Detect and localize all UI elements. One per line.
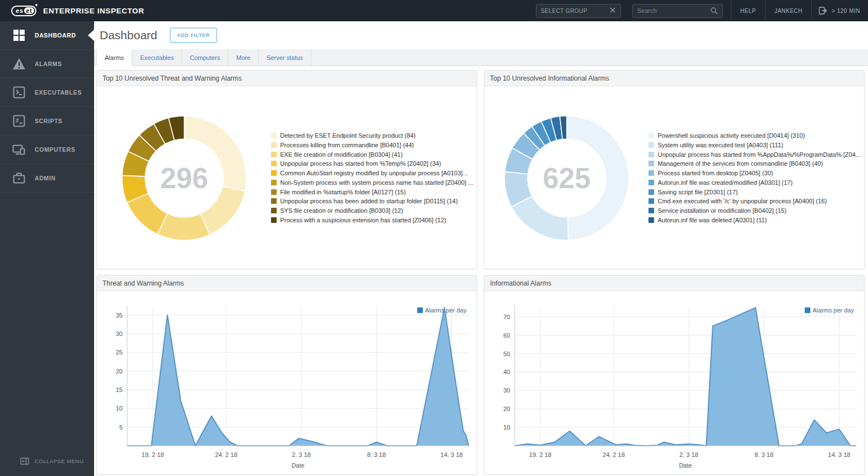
threat-donut-chart[interactable]: 296 (118, 112, 250, 244)
legend-color-swatch (648, 142, 654, 148)
legend-label: Autorun.inf file was deleted [A0301] (11… (657, 217, 767, 223)
sidebar-item-dashboard[interactable]: DASHBOARD (0, 21, 94, 50)
legend-color-swatch (271, 152, 277, 157)
top-bar: eset ENTERPRISE INSPECTOR SELECT GROUP H… (0, 0, 868, 21)
script-icon: # (12, 114, 26, 128)
search-input[interactable] (637, 7, 704, 14)
tab-server-status[interactable]: Server status (259, 49, 311, 66)
legend-item[interactable]: Processes killing from commandline [B040… (271, 142, 473, 148)
legend-item[interactable]: Autorun.inf file was deleted [A0301] (11… (648, 217, 861, 223)
legend-label: Cmd.exe executed with '/c' by unpopular … (657, 198, 827, 204)
sidebar-item-admin[interactable]: ADMIN (0, 164, 94, 193)
legend-item[interactable]: Process started from desktop [Z0405] (30… (648, 170, 861, 176)
legend-item[interactable]: Service installation or modification [B0… (648, 207, 861, 214)
y-tick-label: 30 (503, 387, 510, 394)
info-donut-chart[interactable]: 625 (501, 112, 633, 244)
legend-color-swatch (648, 217, 654, 223)
tab-more[interactable]: More (228, 49, 259, 66)
legend-color-swatch (648, 189, 654, 195)
legend-color-swatch (648, 208, 654, 213)
x-tick-label: 19. 2 18 (142, 451, 164, 458)
legend-item[interactable]: System utility was executed test [A0403]… (648, 142, 861, 148)
x-tick-label: 8. 3 18 (754, 451, 773, 458)
session-timer[interactable]: > 120 MIN (812, 0, 868, 21)
search-icon[interactable] (710, 7, 718, 15)
legend-item[interactable]: Autorun.inf file was created/modified [A… (648, 179, 861, 186)
y-tick-label: 40 (503, 368, 510, 375)
legend-item[interactable]: Cmd.exe executed with '/c' by unpopular … (648, 198, 861, 204)
session-label: > 120 MIN (832, 8, 860, 14)
logout-icon (819, 7, 827, 15)
x-tick-label: 24. 2 18 (603, 451, 625, 458)
legend-label: Process started from desktop [Z0405] (30… (657, 170, 773, 176)
threat-area-chart[interactable]: 510152025303519. 2 1824. 2 182. 3 188. 3… (98, 299, 475, 474)
sidebar-item-computers[interactable]: COMPUTERS (0, 136, 94, 164)
x-tick-label: 14. 3 18 (828, 451, 851, 458)
app-title: ENTERPRISE INSPECTOR (43, 7, 144, 15)
clear-group-icon[interactable] (609, 7, 616, 15)
legend-item[interactable]: EXE file creation of modification [B0304… (271, 151, 473, 158)
alarm-triangle-icon (12, 57, 26, 71)
legend-label: Non-System process with system process n… (280, 179, 473, 186)
search-box[interactable] (632, 4, 723, 18)
x-tick-label: 24. 2 18 (215, 451, 237, 458)
select-group-dropdown[interactable]: SELECT GROUP (536, 4, 621, 18)
legend-item[interactable]: Powershell suspicious activity executed … (648, 132, 861, 139)
legend-label: SYS file creation or modification [B0303… (280, 207, 403, 214)
info-area-chart[interactable]: 1020304050607019. 2 1824. 2 182. 3 188. … (486, 299, 863, 474)
tab-executables[interactable]: Executables (132, 49, 182, 66)
help-button[interactable]: HELP (731, 0, 765, 21)
x-tick-label: 14. 3 18 (441, 451, 463, 458)
x-axis-title: Date (291, 462, 304, 469)
legend-item[interactable]: Unpopular process has started from %AppD… (648, 151, 861, 158)
briefcase-icon (12, 171, 26, 185)
y-tick-label: 25 (116, 349, 123, 356)
legend-item[interactable]: Saving script file [Z0301] (17) (648, 189, 861, 195)
legend-item[interactable]: Process with a suspicious extension has … (271, 217, 473, 223)
y-tick-label: 35 (116, 312, 123, 319)
add-filter-button[interactable]: ADD FILTER (170, 27, 217, 43)
legend-item[interactable]: Non-System process with system process n… (271, 179, 473, 186)
tab-alarms[interactable]: Alarms (96, 49, 132, 66)
area-fill[interactable] (515, 307, 856, 446)
panel-title: Top 10 Unresolved Threat and Warning Ala… (102, 74, 242, 82)
sidebar-item-alarms[interactable]: ALARMS (0, 50, 94, 78)
legend-label: Processes killing from commandline [B040… (280, 142, 414, 148)
y-tick-label: 10 (503, 424, 510, 431)
x-tick-label: 2. 3 18 (292, 451, 311, 458)
y-tick-label: 50 (503, 351, 510, 357)
threat-donut-legend: Detected by ESET Endpoint Security produ… (271, 86, 477, 269)
tab-strip: Alarms Executables Computers More Server… (94, 49, 868, 66)
chart-legend[interactable]: Alarms per day (805, 307, 854, 314)
legend-color-swatch (271, 180, 277, 185)
y-tick-label: 10 (116, 405, 123, 412)
legend-item[interactable]: File modified in %startup% folder [A0127… (271, 189, 473, 195)
sidebar-item-executables[interactable]: EXECUTABLES (0, 78, 94, 107)
legend-color-swatch (271, 170, 277, 176)
terminal-icon (12, 86, 26, 99)
legend-label: Saving script file [Z0301] (17) (657, 189, 738, 195)
tab-computers[interactable]: Computers (182, 49, 228, 66)
chart-legend[interactable]: Alarms per day (417, 307, 466, 314)
legend-item[interactable]: Management of the services from commandl… (648, 160, 861, 167)
user-menu[interactable]: JANKECH (766, 0, 811, 21)
legend-item[interactable]: Detected by ESET Endpoint Security produ… (271, 132, 473, 139)
area-fill[interactable] (127, 307, 469, 446)
legend-label: Service installation or modification [B0… (657, 207, 786, 214)
legend-color-swatch (648, 133, 654, 138)
collapse-menu-button[interactable]: COLLAPSE MENU (0, 451, 94, 470)
legend-item[interactable]: Unpopular process has been added to star… (271, 198, 473, 204)
x-tick-label: 19. 2 18 (529, 451, 552, 458)
sidebar-item-scripts[interactable]: # SCRIPTS (0, 107, 94, 136)
logo-text: es (16, 7, 24, 14)
info-donut-legend: Powershell suspicious activity executed … (648, 86, 864, 269)
legend-item[interactable]: Unpopular process has started from %Temp… (271, 160, 473, 167)
legend-color-swatch (271, 198, 277, 204)
legend-color-swatch (648, 180, 654, 185)
legend-item[interactable]: Common AutoStart registry modified by un… (271, 170, 473, 176)
y-tick-label: 20 (116, 368, 123, 375)
legend-label: Detected by ESET Endpoint Security produ… (280, 132, 416, 139)
legend-color-swatch (648, 152, 654, 157)
legend-item[interactable]: SYS file creation or modification [B0303… (271, 207, 473, 214)
panel-title: Threat and Warning Alarms (102, 279, 184, 287)
